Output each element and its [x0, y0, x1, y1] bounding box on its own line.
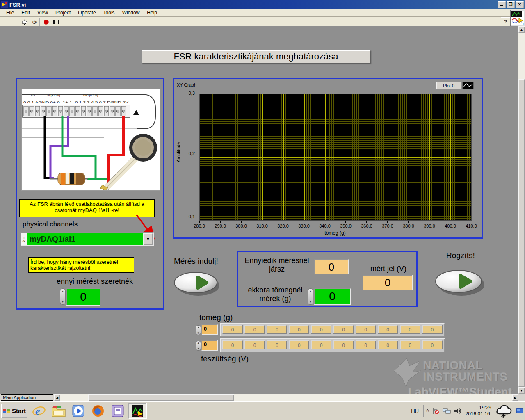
scroll-left-button[interactable]: ◀: [54, 394, 60, 401]
scroll-right-button[interactable]: ▶: [512, 394, 518, 401]
menu-file[interactable]: File: [2, 9, 18, 16]
mass-input[interactable]: 0: [314, 288, 351, 305]
tomeg-index-field[interactable]: 0: [201, 324, 218, 335]
physical-channel-dropdown[interactable]: I∕o myDAQ1/ai1 ▼: [20, 232, 154, 246]
ni-eagle-logo: [390, 357, 422, 388]
array-cell: 0: [356, 325, 376, 334]
diagram-terminal-labels: 0 0 1 AGND 0+ 0- 1+ 1- 0 1 2 3 4 5 6 7 D…: [23, 101, 129, 104]
window-titlebar[interactable]: FSR.vi ❐ ✕: [0, 0, 525, 9]
x-tick: 410,0: [461, 224, 482, 228]
horizontal-scroll-thumb[interactable]: [88, 394, 234, 401]
measure-button[interactable]: [172, 267, 224, 300]
language-indicator[interactable]: HU: [408, 408, 422, 414]
mass-label: ekkora tömegnél mérek (g): [239, 286, 311, 303]
menu-bar: File Edit View Project Operate Tools Win…: [0, 9, 525, 17]
physical-channels-label: physical channels: [23, 220, 78, 228]
pause-button[interactable]: [51, 18, 61, 26]
abort-button[interactable]: [41, 18, 51, 26]
x-tick: 320,0: [272, 224, 294, 228]
network-icon[interactable]: [443, 408, 451, 414]
array-cell: 0: [422, 325, 443, 334]
help-button[interactable]: ?: [501, 17, 511, 26]
dropdown-arrow-icon[interactable]: ▼: [143, 233, 153, 245]
array-cell: 0: [267, 325, 287, 334]
measurement-status-box: Ennyiedik mérésnél jársz 0 mért jel (V) …: [237, 251, 418, 307]
security-alert-icon[interactable]: [432, 407, 439, 415]
start-button[interactable]: Start: [1, 404, 27, 418]
vi-icon-pane[interactable]: 1: [510, 10, 525, 26]
feszultseg-array: 0 0 0 0 0 0 0 0 0 0: [220, 338, 445, 352]
legend-plot-name[interactable]: Plot 0: [436, 82, 461, 89]
front-panel: FSR karakterisztikájának meghatározása A…: [0, 26, 518, 394]
vertical-scrollbar[interactable]: ▲ ▼: [518, 26, 525, 394]
quicklaunch-file-manager[interactable]: [49, 403, 68, 419]
count-spinner[interactable]: ▲▼: [60, 288, 66, 305]
close-button[interactable]: ✕: [516, 1, 524, 8]
horizontal-scrollbar[interactable]: ◀ ▶: [54, 394, 518, 401]
weather-icon[interactable]: [495, 403, 513, 419]
array-cell: 0: [289, 340, 309, 349]
scroll-up-button[interactable]: ▲: [518, 26, 525, 33]
minimize-button[interactable]: [498, 1, 506, 8]
status-row: Main Application Instance ◀ ▶: [0, 394, 525, 401]
mass-spinner[interactable]: ▲▼: [308, 288, 313, 305]
tomeg-index-spinner[interactable]: ▲▼: [196, 325, 201, 335]
run-continuous-button[interactable]: ⟳: [30, 18, 40, 26]
array-cell: 0: [333, 325, 354, 334]
menu-tools[interactable]: Tools: [100, 9, 119, 16]
quicklaunch-office[interactable]: [108, 403, 127, 419]
x-axis-ticks: [199, 221, 472, 223]
feszultseg-index-spinner[interactable]: ▲▼: [196, 341, 201, 351]
start-label: Start: [12, 407, 26, 414]
abort-icon: [44, 20, 49, 25]
restore-button[interactable]: ❐: [507, 1, 515, 8]
diagram-dio-label: DIO (0-5 V): [83, 94, 98, 97]
menu-window[interactable]: Window: [119, 9, 144, 16]
page-title: FSR karakterisztikájának meghatározása: [142, 50, 370, 63]
hide-icons-chevron[interactable]: »: [425, 410, 430, 412]
menu-project[interactable]: Project: [52, 9, 74, 16]
array-cell: 0: [378, 340, 398, 349]
io-icon: I∕o: [21, 233, 27, 245]
x-tick: 350,0: [335, 224, 356, 228]
count-note: Írd be, hogy hány mérésből szeretnél kar…: [28, 257, 134, 273]
quicklaunch-labview[interactable]: [128, 403, 147, 419]
count-input[interactable]: 0: [66, 288, 100, 306]
legend-line-sample[interactable]: [462, 82, 474, 89]
screen: FSR.vi ❐ ✕ File Edit View Project Operat…: [0, 0, 525, 420]
record-button[interactable]: [433, 264, 488, 301]
array-cell: 0: [289, 325, 309, 334]
iteration-indicator: 0: [314, 259, 349, 274]
show-desktop-icon[interactable]: [516, 406, 523, 415]
array-cell: 0: [422, 340, 443, 349]
system-tray: HU » 19:29 2016.01.16.: [408, 402, 525, 420]
x-tick: 360,0: [356, 224, 377, 228]
vi-badge: 1: [522, 22, 524, 26]
plot-area: [199, 94, 472, 221]
array-cell: 0: [333, 340, 354, 349]
array-cell: 0: [222, 325, 243, 334]
diagram-ao-label: AO: [31, 94, 35, 97]
menu-view[interactable]: View: [34, 9, 52, 16]
x-tick: 330,0: [293, 224, 315, 228]
y-tick: 0,3: [178, 91, 195, 96]
quicklaunch-media-player[interactable]: [69, 403, 88, 419]
clock[interactable]: 19:29 2016.01.16.: [466, 405, 491, 417]
menu-help[interactable]: Help: [143, 9, 161, 16]
run-button[interactable]: [20, 18, 30, 26]
signal-indicator: 0: [363, 275, 413, 290]
vertical-scroll-thumb[interactable]: [518, 79, 525, 387]
pause-icon: [53, 20, 59, 24]
tomeg-array: 0 0 0 0 0 0 0 0 0 0: [220, 323, 445, 337]
quicklaunch-internet-explorer[interactable]: e: [30, 403, 48, 419]
volume-icon[interactable]: [454, 408, 461, 414]
menu-operate[interactable]: Operate: [74, 9, 99, 16]
feszultseg-index-field[interactable]: 0: [201, 340, 218, 351]
measure-button-label: Mérés indulj!: [174, 257, 218, 266]
app-instance-selector[interactable]: Main Application Instance: [1, 394, 53, 401]
scroll-down-button[interactable]: ▼: [518, 387, 525, 394]
menu-edit[interactable]: Edit: [18, 9, 34, 16]
windows-logo-icon: [3, 408, 10, 414]
watermark-instruments: INSTRUMENTS: [423, 371, 508, 383]
quicklaunch-firefox[interactable]: [89, 403, 107, 419]
